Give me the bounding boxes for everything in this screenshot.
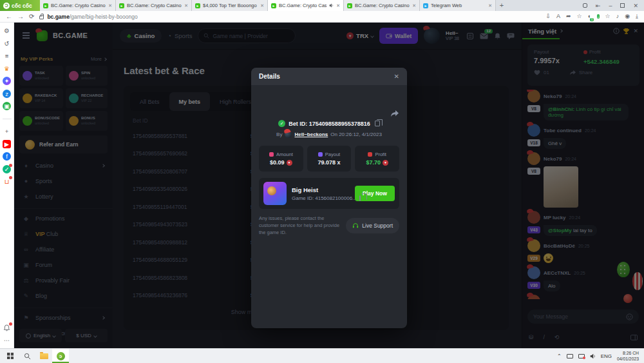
browser-tab[interactable]: ▸ BC.Game: Crypto Casino ✕ (268, 0, 344, 11)
tab-favicon: ▸ (43, 3, 48, 8)
tab-close-icon[interactable]: ✕ (336, 3, 340, 8)
new-tab-button[interactable]: + (496, 0, 507, 11)
translate-icon[interactable]: A (556, 14, 560, 19)
start-button[interactable] (2, 349, 19, 363)
tab-sidebar-icon[interactable]: ⇤ (596, 3, 601, 9)
share-bet-icon[interactable] (390, 110, 399, 117)
taskbar-search-icon[interactable] (19, 349, 35, 363)
windows-taskbar: ɔ ⌃ ENG 8:26 CH04/01/2023 (0, 348, 644, 363)
browser-tab[interactable]: ▸ BC.Game: Crypto Casino Gan ✕ (40, 0, 116, 11)
live-support-button[interactable]: Live Support (346, 218, 399, 233)
game-card: Big Heist Game ID: 4156082100006... Play… (259, 178, 399, 209)
close-window-button[interactable]: ✕ (633, 3, 638, 9)
stat-label: Payout (325, 152, 340, 157)
music-icon[interactable]: ♪ (616, 14, 620, 19)
tab-favicon: ▸ (347, 3, 352, 8)
stat-icon (269, 152, 274, 157)
notifications-bell-icon[interactable] (3, 324, 11, 332)
tab-close-icon[interactable]: ✕ (184, 3, 188, 8)
notification-dot (9, 164, 12, 167)
crown-icon[interactable]: ♛ (3, 64, 11, 73)
back-button[interactable]: ← (6, 13, 12, 20)
volume-icon[interactable] (590, 353, 596, 359)
add-app-icon[interactable]: + (3, 127, 11, 135)
divider (3, 119, 12, 119)
extension-star-icon[interactable]: ☆ (605, 14, 611, 19)
downloads-tray-icon[interactable]: ⤓ (636, 14, 638, 19)
stat-icon (368, 152, 372, 157)
language-indicator[interactable]: ENG (601, 353, 612, 359)
tab-title: BC.Game: Crypto Casino Gan (127, 3, 182, 8)
coccoc-menu-button[interactable]: Ɔ cốc cốc (0, 0, 40, 11)
tab-close-icon[interactable]: ✕ (260, 3, 264, 8)
trx-coin-icon: ▼ (287, 160, 292, 166)
stat-card: Payout 79.078 x (307, 146, 352, 172)
file-explorer-icon[interactable] (35, 349, 52, 363)
share-page-icon[interactable]: ➦ (566, 14, 571, 19)
browser-tab[interactable]: ▸ $4,000 Top Tier Booongo Mu ✕ (192, 0, 268, 11)
tray-expand-icon[interactable]: ⌃ (557, 353, 562, 359)
headset-icon (352, 222, 359, 229)
system-clock[interactable]: 8:26 CH04/01/2023 (617, 350, 639, 362)
adblock-icon[interactable]: ◐0 (588, 14, 591, 19)
stat-value: $0.09▼ (270, 159, 292, 166)
tab-title: BC.Game: Crypto Casino Gan (51, 3, 106, 8)
games-icon[interactable]: ▣ (3, 102, 11, 110)
download-manager-icon[interactable]: ↓ (597, 14, 600, 20)
game-id-value: 4156082100006... (315, 195, 357, 201)
security-alert-icon[interactable] (578, 354, 585, 358)
settings-icon[interactable]: ⚙ (3, 26, 11, 35)
maximize-button[interactable] (620, 3, 625, 9)
messenger-icon[interactable]: ✦ (3, 77, 11, 85)
forward-button[interactable]: → (17, 13, 24, 20)
tab-audio-icon[interactable] (329, 3, 334, 8)
shop-cart-icon[interactable]: ⊔ (3, 177, 11, 186)
game-id-label: Game ID: (292, 195, 314, 201)
copy-game-id-icon[interactable] (359, 195, 361, 201)
url-host: bc.game (47, 14, 70, 20)
save-page-icon[interactable]: ⇩ (545, 14, 551, 19)
newsfeed-icon[interactable]: ≡ (3, 52, 11, 60)
browser-tab-bar: Ɔ cốc cốc ▸ BC.Game: Crypto Casino Gan ✕… (0, 0, 644, 11)
coccoc-logo-icon: Ɔ (3, 3, 10, 9)
game-thumbnail[interactable] (263, 182, 287, 205)
bet-datetime: On 20:26:12, 4/1/2023 (330, 132, 382, 137)
tab-close-icon[interactable]: ✕ (412, 3, 416, 8)
copy-bet-id-icon[interactable] (375, 121, 380, 126)
url-path: /game/big-heist-by-booongo (70, 14, 138, 20)
stat-value: $7.70▼ (366, 159, 388, 166)
bookmark-star-icon[interactable]: ☆ (577, 14, 582, 19)
ssl-lock-icon[interactable] (39, 15, 44, 19)
game-name: Big Heist (292, 186, 350, 193)
player-name-link[interactable]: Hell~beckons (294, 132, 328, 137)
refresh-button[interactable]: ⟳ (29, 13, 34, 20)
browser-sidebar: ⚙ ↺ ≡ ♛ (0, 23, 14, 348)
browser-tab[interactable]: ▸ BC.Game: Crypto Casino Gan ✕ (344, 0, 420, 11)
browser-tab[interactable]: ▸ BC.Game: Crypto Casino Gan ✕ (116, 0, 192, 11)
stat-card: Profit $7.70▼ (355, 146, 399, 172)
sidebar-divider[interactable] (3, 115, 11, 123)
youtube-icon[interactable]: ▶ (3, 140, 11, 148)
tab-close-icon[interactable]: ✕ (108, 3, 112, 8)
browser-tab[interactable]: ▸ Telegram Web ✕ (420, 0, 496, 11)
facebook-icon[interactable]: f (3, 152, 11, 161)
modal-close-icon[interactable]: ✕ (394, 73, 399, 80)
history-icon[interactable]: ↺ (3, 39, 11, 48)
eco-icon[interactable]: ✓ (3, 165, 11, 173)
profile-icon[interactable]: ◉ (625, 14, 630, 19)
tab-preview-icon[interactable] (583, 3, 587, 9)
player-avatar (285, 131, 292, 138)
more-options-icon[interactable]: ⋯ (3, 336, 11, 344)
coccoc-taskbar-icon[interactable]: ɔ (52, 349, 69, 363)
tab-title: BC.Game: Crypto Casino Gan (355, 3, 410, 8)
tab-list: ▸ BC.Game: Crypto Casino Gan ✕ ▸ BC.Game… (40, 0, 496, 11)
address-bar[interactable]: bc.game/game/big-heist-by-booongo (39, 14, 137, 20)
zalo-icon[interactable]: z (3, 90, 11, 98)
stat-label: Profit (375, 152, 386, 157)
tab-close-icon[interactable]: ✕ (488, 3, 492, 8)
network-display-icon[interactable] (567, 354, 573, 358)
stat-card: Amount $0.09▼ (259, 146, 303, 172)
browser-sidebar-icons: ⚙ ↺ ≡ ♛ (3, 26, 11, 186)
bet-id-label: Bet ID: (289, 121, 307, 127)
minimize-button[interactable]: – (609, 3, 612, 9)
